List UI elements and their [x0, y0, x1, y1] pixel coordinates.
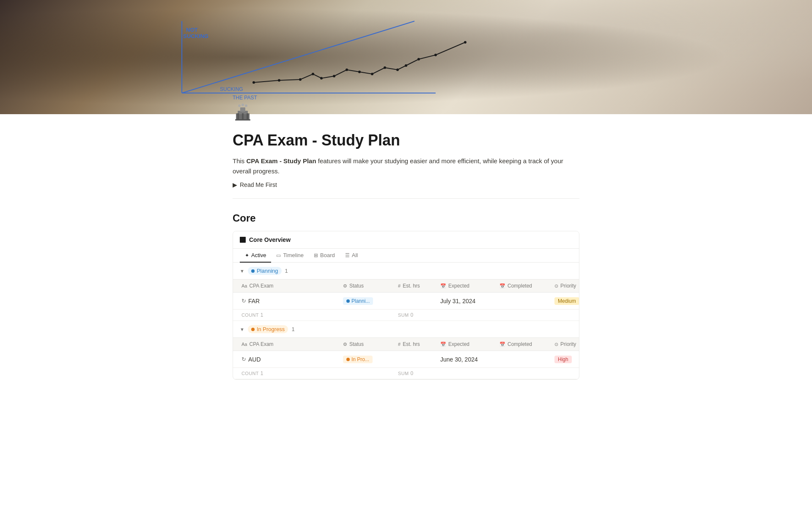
col-completed-1: 📅 Completed [498, 281, 553, 290]
count-label-inprogress: COUNT 1 [240, 370, 341, 376]
inprogress-dot [251, 328, 255, 331]
toggle-arrow-icon: ▶ [233, 181, 237, 188]
page-icon [233, 101, 579, 126]
aud-row-icon: ↻ [241, 356, 246, 362]
cell-aud-completed [498, 356, 553, 363]
cell-aud-priority: High [553, 352, 579, 367]
svg-point-30 [245, 104, 247, 107]
svg-rect-24 [240, 107, 245, 112]
group-count-inprogress: 1 [291, 326, 294, 332]
cell-aud-status: In Pro... [341, 352, 396, 367]
database-tabs: ✦ Active ▭ Timeline ⊞ Board ☰ All [233, 249, 579, 263]
svg-text:THE PAST: THE PAST [233, 95, 257, 101]
cell-far-esthrs [396, 298, 439, 304]
count-label-planning: COUNT 1 [240, 312, 341, 318]
cell-aud-name: ↻ AUD [240, 353, 341, 366]
tab-all[interactable]: ☰ All [340, 249, 363, 263]
all-tab-icon: ☰ [345, 252, 350, 258]
svg-point-7 [252, 81, 255, 84]
planning-dot [251, 269, 255, 273]
svg-rect-25 [237, 113, 239, 119]
col-cpa-exam-1: Aa CPA Exam [240, 281, 341, 290]
col-completed-2: 📅 Completed [498, 340, 553, 349]
col-esthrs-1: # Est. hrs [396, 281, 439, 290]
database-title: Core Overview [249, 236, 291, 243]
col-status-2: ⚙ Status [341, 340, 396, 349]
svg-point-9 [299, 78, 302, 81]
table-header-planning: Aa CPA Exam ⚙ Status # Est. hrs 📅 Expect… [233, 279, 579, 293]
svg-rect-31 [235, 119, 250, 121]
svg-point-8 [278, 79, 280, 82]
col-status-1: ⚙ Status [341, 281, 396, 290]
svg-text:NOT: NOT [186, 27, 198, 33]
svg-point-19 [417, 58, 420, 60]
svg-rect-27 [247, 113, 248, 119]
section-title-core: Core [233, 212, 579, 224]
svg-point-29 [241, 104, 244, 106]
svg-point-10 [312, 73, 314, 75]
svg-point-14 [358, 71, 361, 73]
page-title: CPA Exam - Study Plan [233, 132, 579, 149]
hero-banner: NOT SUCKING SUCKING THE PAST [0, 0, 812, 114]
group-badge-inprogress: In Progress [248, 325, 288, 333]
far-status-badge: Planni... [343, 297, 373, 305]
sum-spacer-2 [341, 370, 396, 376]
database-header: Core Overview [233, 231, 579, 249]
aud-priority-badge: High [554, 356, 572, 363]
col-expected-2: 📅 Expected [439, 340, 498, 349]
cell-far-expected: July 31, 2024 [439, 294, 498, 308]
group-header-inprogress[interactable]: ▼ In Progress 1 [233, 321, 579, 337]
read-me-toggle[interactable]: ▶ Read Me First [233, 181, 579, 188]
svg-point-15 [371, 73, 373, 75]
database-icon [240, 237, 246, 243]
aud-status-badge: In Pro... [343, 356, 373, 363]
cell-far-priority: Medium [553, 294, 579, 308]
cell-aud-expected: June 30, 2024 [439, 353, 498, 366]
svg-point-18 [405, 64, 407, 67]
far-priority-badge: Medium [554, 297, 579, 305]
col-cpa-exam-2: Aa CPA Exam [240, 340, 341, 349]
svg-point-16 [384, 66, 386, 69]
table-header-inprogress: Aa CPA Exam ⚙ Status # Est. hrs 📅 Expect… [233, 337, 579, 351]
svg-point-21 [464, 41, 466, 44]
table-row-aud[interactable]: ↻ AUD In Pro... June 30, 2024 High [233, 351, 579, 368]
svg-point-13 [346, 69, 348, 71]
board-tab-icon: ⊞ [314, 252, 318, 258]
group-badge-planning: Planning [248, 267, 282, 275]
far-row-icon: ↻ [241, 298, 246, 304]
cell-far-name: ↻ FAR [240, 294, 341, 308]
col-priority-2: ⊙ Priority [553, 340, 579, 349]
svg-point-20 [434, 54, 437, 56]
database-container-core: Core Overview ✦ Active ▭ Timeline ⊞ Boar… [233, 231, 579, 380]
svg-point-12 [333, 75, 335, 77]
page-description: This CPA Exam - Study Plan features will… [233, 156, 579, 176]
active-tab-icon: ✦ [245, 252, 249, 258]
col-esthrs-2: # Est. hrs [396, 340, 439, 349]
tab-timeline[interactable]: ▭ Timeline [271, 249, 309, 263]
timeline-tab-icon: ▭ [276, 252, 281, 258]
svg-point-17 [396, 69, 399, 71]
section-divider [233, 198, 579, 199]
group-header-planning[interactable]: ▼ Planning 1 [233, 263, 579, 279]
svg-line-2 [182, 21, 414, 93]
count-row-inprogress: COUNT 1 SUM 0 [233, 368, 579, 379]
group-arrow-inprogress: ▼ [240, 327, 244, 332]
cell-far-completed [498, 298, 553, 304]
col-priority-1: ⊙ Priority [553, 281, 579, 290]
col-expected-1: 📅 Expected [439, 281, 498, 290]
cell-aud-esthrs [396, 356, 439, 363]
sum-spacer-1 [341, 312, 396, 318]
svg-point-11 [320, 77, 323, 79]
sum-label-planning: SUM 0 [396, 312, 439, 318]
group-count-planning: 1 [285, 268, 288, 274]
svg-text:SUCKING: SUCKING [183, 33, 208, 39]
svg-point-28 [238, 104, 241, 107]
cell-far-status: Planni... [341, 294, 396, 308]
count-row-planning: COUNT 1 SUM 0 [233, 310, 579, 321]
tab-active[interactable]: ✦ Active [240, 249, 271, 263]
sum-label-inprogress: SUM 0 [396, 370, 439, 376]
table-row-far[interactable]: ↻ FAR Planni... July 31, 2024 Medium [233, 293, 579, 310]
svg-text:SUCKING: SUCKING [220, 86, 243, 92]
tab-board[interactable]: ⊞ Board [309, 249, 340, 263]
group-arrow-planning: ▼ [240, 269, 244, 274]
